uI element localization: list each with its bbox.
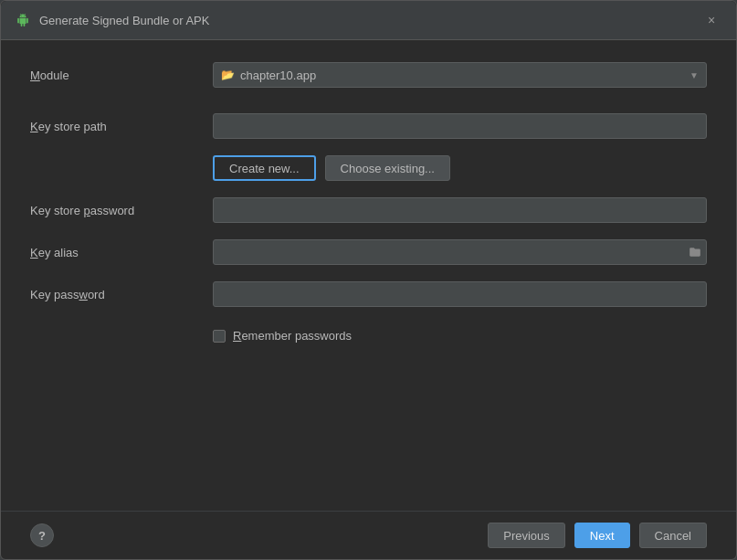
key-store-password-label: Key store password <box>30 204 213 217</box>
key-store-path-row: Key store path <box>30 113 707 139</box>
chevron-down-icon: ▼ <box>690 70 699 80</box>
remember-passwords-row: Remember passwords <box>30 329 707 343</box>
cancel-button[interactable]: Cancel <box>639 523 707 548</box>
create-choose-buttons-row: Create new... Choose existing... <box>30 155 707 181</box>
key-alias-label: Key alias <box>30 246 213 259</box>
key-store-password-row: Key store password <box>30 197 707 223</box>
choose-existing-button[interactable]: Choose existing... <box>325 155 450 181</box>
next-button[interactable]: Next <box>574 523 630 548</box>
folder-icon <box>689 246 701 259</box>
module-row: Module 📂 chapter10.app ▼ <box>30 62 707 88</box>
module-value: chapter10.app <box>240 69 316 82</box>
key-password-label: Key password <box>30 288 213 301</box>
dialog: Generate Signed Bundle or APK × Module 📂… <box>0 0 737 560</box>
remember-passwords-checkbox[interactable] <box>213 330 226 343</box>
dialog-title: Generate Signed Bundle or APK <box>39 14 701 27</box>
key-password-row: Key password <box>30 281 707 307</box>
close-button[interactable]: × <box>701 10 721 30</box>
previous-button[interactable]: Previous <box>488 523 565 548</box>
key-password-input[interactable] <box>213 281 707 307</box>
key-alias-input[interactable] <box>213 239 707 265</box>
help-button[interactable]: ? <box>30 523 54 547</box>
remember-passwords-label[interactable]: Remember passwords <box>233 329 352 343</box>
key-store-path-input[interactable] <box>213 113 707 139</box>
dialog-content: Module 📂 chapter10.app ▼ Key store path … <box>1 40 736 511</box>
key-alias-input-wrapper <box>213 239 707 265</box>
title-bar: Generate Signed Bundle or APK × <box>1 1 736 40</box>
module-select[interactable]: 📂 chapter10.app ▼ <box>213 62 707 88</box>
key-alias-browse-button[interactable] <box>687 244 703 260</box>
key-store-path-label: Key store path <box>30 120 213 133</box>
module-folder-icon: 📂 <box>221 69 235 81</box>
key-store-password-input[interactable] <box>213 197 707 223</box>
module-label: Module <box>30 69 213 82</box>
footer: ? Previous Next Cancel <box>1 511 736 559</box>
android-logo-icon <box>16 13 30 27</box>
create-new-button[interactable]: Create new... <box>213 155 316 181</box>
key-alias-row: Key alias <box>30 239 707 265</box>
